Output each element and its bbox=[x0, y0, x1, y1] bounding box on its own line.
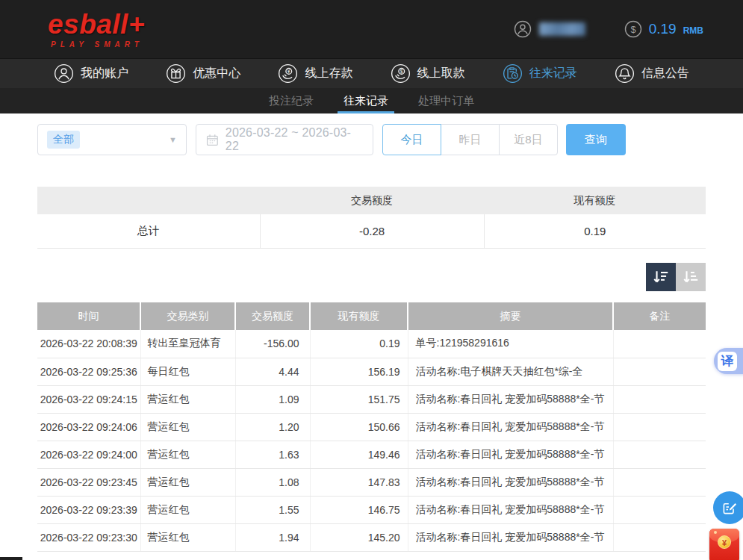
table-cell: 1.55 bbox=[235, 496, 310, 523]
col-current-balance: 现有额度 bbox=[310, 302, 408, 330]
range-button-today[interactable]: 今日 bbox=[382, 124, 441, 155]
balance-amount: 0.19 bbox=[649, 21, 677, 37]
records-table-body: 2026-03-22 20:08:39转出至皇冠体育-156.000.19单号:… bbox=[37, 330, 706, 551]
table-cell: 145.20 bbox=[310, 523, 408, 551]
deposit-coin-icon: ¥ bbox=[278, 63, 298, 84]
logo-text: esball+ bbox=[48, 10, 145, 40]
table-cell: -156.00 bbox=[235, 330, 310, 358]
sort-ascending-button[interactable] bbox=[676, 263, 706, 291]
table-cell bbox=[613, 413, 706, 441]
withdraw-coin-icon: $ bbox=[391, 63, 411, 84]
col-remarks: 备注 bbox=[613, 302, 706, 330]
table-cell: 151.75 bbox=[310, 385, 408, 413]
col-transaction-amount: 交易额度 bbox=[235, 302, 310, 330]
table-cell: 2026-03-22 09:23:45 bbox=[37, 468, 140, 496]
nav-label: 线上取款 bbox=[417, 66, 465, 81]
balance-display[interactable]: $ 0.19 RMB bbox=[624, 20, 703, 38]
nav-label: 我的账户 bbox=[81, 66, 128, 81]
table-cell: 活动名称:春日回礼 宠爱加码58888*全-节 bbox=[408, 441, 613, 468]
tab-transaction-records[interactable]: 往来记录 bbox=[335, 88, 397, 113]
table-cell: 每日红包 bbox=[140, 358, 235, 385]
summary-col-transaction-amount: 交易额度 bbox=[260, 187, 484, 214]
tab-label: 投注纪录 bbox=[269, 94, 314, 107]
sort-descending-button[interactable] bbox=[646, 263, 676, 291]
table-cell: 2026-03-22 09:24:00 bbox=[37, 441, 140, 468]
table-cell: 活动名称:电子棋牌天天抽红包*综-全 bbox=[408, 358, 613, 385]
tab-pending-orders[interactable]: 处理中订单 bbox=[409, 88, 483, 113]
date-range-value: 2026-03-22 ~ 2026-03-22 bbox=[226, 126, 363, 153]
calendar-icon bbox=[206, 134, 219, 146]
red-envelope-button[interactable]: ¥ bbox=[709, 529, 739, 560]
records-header-row: 时间 交易类别 交易额度 现有额度 摘要 备注 bbox=[37, 302, 706, 330]
table-cell: 营运红包 bbox=[140, 496, 235, 523]
table-cell: 2026-03-22 09:24:15 bbox=[37, 385, 140, 413]
table-row: 2026-03-22 09:23:39营运红包1.55146.75活动名称:春日… bbox=[37, 496, 706, 523]
date-range-input[interactable]: 2026-03-22 ~ 2026-03-22 bbox=[196, 124, 373, 155]
table-cell: 营运红包 bbox=[140, 441, 235, 468]
summary-transaction-amount: -0.28 bbox=[260, 214, 484, 248]
quick-range-group: 今日 昨日 近8日 bbox=[382, 124, 558, 155]
table-row: 2026-03-22 20:08:39转出至皇冠体育-156.000.19单号:… bbox=[37, 330, 706, 358]
nav-label: 优惠中心 bbox=[193, 66, 240, 81]
sort-descending-icon bbox=[652, 268, 670, 286]
filter-toolbar: 全部 ▼ 2026-03-22 ~ 2026-03-22 今日 昨日 近8日 查… bbox=[37, 124, 626, 155]
brand-logo[interactable]: esball+ PLAY SMART bbox=[48, 10, 145, 49]
table-cell bbox=[613, 496, 706, 523]
tab-label: 往来记录 bbox=[343, 94, 388, 107]
type-filter-dropdown[interactable]: 全部 ▼ bbox=[37, 124, 187, 155]
table-cell bbox=[613, 441, 706, 468]
table-cell: 2026-03-22 09:23:39 bbox=[37, 496, 140, 523]
type-filter-value: 全部 bbox=[47, 131, 80, 149]
col-summary: 摘要 bbox=[408, 302, 613, 330]
nav-item-transaction-records[interactable]: 往来记录 bbox=[503, 63, 577, 84]
table-cell: 营运红包 bbox=[140, 385, 235, 413]
nav-item-online-deposit[interactable]: ¥ 线上存款 bbox=[278, 63, 352, 84]
summary-total-row: 总计 -0.28 0.19 bbox=[37, 214, 706, 248]
range-button-yesterday[interactable]: 昨日 bbox=[441, 124, 500, 155]
table-cell: 活动名称:春日回礼 宠爱加码58888*全-节 bbox=[408, 385, 613, 413]
table-cell: 1.20 bbox=[235, 413, 310, 441]
table-cell bbox=[613, 358, 706, 385]
chevron-down-icon: ▼ bbox=[169, 135, 177, 144]
nav-item-online-withdraw[interactable]: $ 线上取款 bbox=[391, 63, 465, 84]
sparkle-icon bbox=[714, 531, 717, 534]
summary-total-label: 总计 bbox=[37, 214, 260, 248]
table-row: 2026-03-22 09:23:30营运红包1.94145.20活动名称:春日… bbox=[37, 523, 706, 551]
records-table: 时间 交易类别 交易额度 现有额度 摘要 备注 2026-03-22 20:08… bbox=[37, 302, 706, 552]
table-cell: 活动名称:春日回礼 宠爱加码58888*全-节 bbox=[408, 413, 613, 441]
nav-label: 信息公告 bbox=[641, 66, 689, 81]
nav-item-my-account[interactable]: 我的账户 bbox=[54, 63, 128, 84]
username-redacted[interactable] bbox=[539, 22, 585, 36]
table-cell: 转出至皇冠体育 bbox=[140, 330, 235, 358]
table-cell: 2026-03-22 09:24:06 bbox=[37, 413, 140, 441]
user-area: $ 0.19 RMB bbox=[514, 0, 703, 58]
gift-icon bbox=[166, 63, 186, 84]
nav-item-promotions[interactable]: 优惠中心 bbox=[166, 63, 240, 84]
nav-label: 线上存款 bbox=[305, 66, 352, 81]
range-button-last-8-days[interactable]: 近8日 bbox=[499, 124, 558, 155]
table-cell: 单号:121958291616 bbox=[408, 330, 613, 358]
tab-bet-records[interactable]: 投注纪录 bbox=[260, 88, 323, 113]
query-button[interactable]: 查询 bbox=[566, 124, 626, 155]
translate-button[interactable]: 译 bbox=[714, 348, 743, 374]
summary-col-current-balance: 现有额度 bbox=[484, 187, 706, 214]
tab-label: 处理中订单 bbox=[418, 94, 474, 107]
svg-text:$: $ bbox=[630, 24, 636, 35]
table-cell: 1.63 bbox=[235, 441, 310, 468]
feedback-edit-button[interactable] bbox=[713, 491, 743, 524]
nav-item-announcements[interactable]: 信息公告 bbox=[615, 63, 689, 84]
table-row: 2026-03-22 09:23:45营运红包1.08147.83活动名称:春日… bbox=[37, 468, 706, 496]
table-row: 2026-03-22 09:25:36每日红包4.44156.19活动名称:电子… bbox=[37, 358, 706, 385]
sub-tab-bar: 投注纪录 往来记录 处理中订单 bbox=[0, 88, 743, 113]
table-cell: 2026-03-22 09:25:36 bbox=[37, 358, 140, 385]
table-cell: 146.75 bbox=[310, 496, 408, 523]
summary-header-row: 交易额度 现有额度 bbox=[37, 187, 706, 214]
user-icon bbox=[54, 63, 74, 84]
table-cell: 1.08 bbox=[235, 468, 310, 496]
bell-icon bbox=[615, 63, 635, 84]
table-cell: 156.19 bbox=[310, 358, 408, 385]
table-cell: 2026-03-22 20:08:39 bbox=[37, 330, 140, 358]
table-cell bbox=[613, 330, 706, 358]
user-avatar-icon[interactable] bbox=[514, 20, 532, 38]
bottom-left-widget-edge bbox=[0, 557, 22, 560]
